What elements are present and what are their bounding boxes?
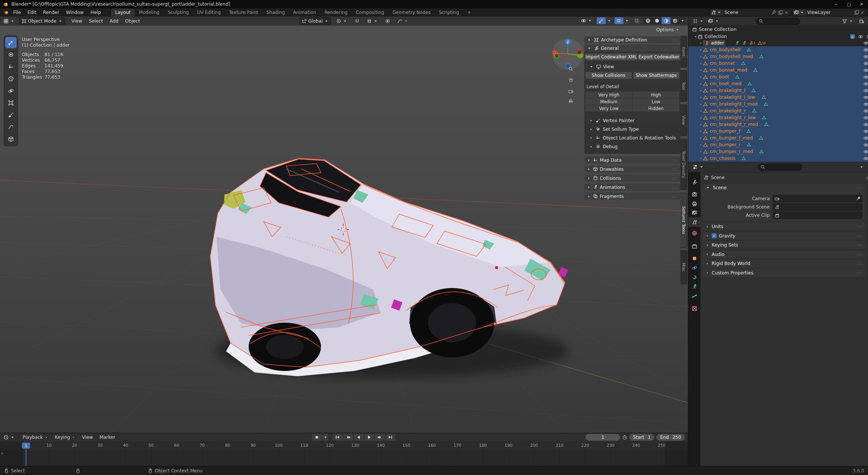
next-keyframe-button[interactable] <box>375 434 385 441</box>
timeline-menu-keying[interactable]: Keying <box>52 433 79 441</box>
hide-eye-icon[interactable] <box>863 149 868 154</box>
properties-editor-type-dropdown[interactable] <box>691 164 706 170</box>
scene-selector[interactable]: Scene ✕ <box>709 9 790 16</box>
disclosure-icon[interactable] <box>699 68 703 72</box>
lod-hidden-button[interactable]: Hidden <box>633 105 679 112</box>
outliner-row-cm_bonnet[interactable]: cm_bonnet <box>688 60 868 67</box>
pin-id-icon[interactable] <box>865 175 868 180</box>
shading-dropdown[interactable] <box>680 17 686 24</box>
annotate-tool[interactable] <box>5 109 17 121</box>
properties-tab-scene[interactable] <box>688 217 700 227</box>
disclosure-icon[interactable] <box>699 61 703 66</box>
tab-texture-paint[interactable]: Texture Paint <box>225 9 262 17</box>
hide-eye-icon[interactable] <box>863 41 868 46</box>
tab-rendering[interactable]: Rendering <box>320 9 351 17</box>
disclosure-icon[interactable] <box>699 75 703 79</box>
disclosure-icon[interactable] <box>699 143 703 147</box>
npanel-tab-texel-density[interactable]: Texel Density <box>680 139 687 190</box>
properties-tab-animation[interactable] <box>688 282 700 291</box>
hide-eye-icon[interactable] <box>863 81 868 86</box>
scene-panel-header[interactable]: Scene :::: <box>703 184 865 191</box>
disclosure-icon[interactable] <box>699 136 703 140</box>
measure-tool[interactable] <box>5 121 17 133</box>
properties-tab-world[interactable] <box>688 228 700 238</box>
play-reverse-button[interactable] <box>354 434 364 441</box>
timeline-menu-playback[interactable]: Playback <box>19 433 52 441</box>
frame-start-field[interactable]: Start 1 <box>629 434 654 441</box>
hide-eye-icon[interactable] <box>863 68 868 73</box>
viewport-menu-view[interactable]: View <box>68 17 86 25</box>
hide-eye-icon[interactable] <box>863 129 868 134</box>
menu-render[interactable]: Render <box>40 8 63 17</box>
outliner-filter-id-dropdown[interactable] <box>706 18 721 25</box>
collection-checkbox[interactable]: ✓ <box>850 34 855 39</box>
overlays-dropdown[interactable] <box>624 17 630 24</box>
gravity-checkbox[interactable]: ✓ <box>712 233 717 238</box>
timeline-menu-view[interactable]: View <box>79 433 96 441</box>
show-collisions-button[interactable]: Show Collisions <box>585 72 632 79</box>
panel-units[interactable]: Units:::: <box>703 223 865 230</box>
current-frame-field[interactable]: 1 <box>585 434 620 441</box>
perspective-toggle-icon[interactable] <box>568 98 573 103</box>
add-cube-tool[interactable] <box>5 133 17 145</box>
timeline-menu-marker[interactable]: Marker <box>96 433 118 441</box>
outliner-row-cm_bumper_f[interactable]: cm_bumper_f <box>688 128 868 135</box>
outliner-row-cm_brakelight_r_low[interactable]: cm_brakelight_r_low <box>688 114 868 121</box>
outliner-row-cm_brakelight_r[interactable]: cm_brakelight_r <box>688 107 868 114</box>
property-field-active-clip[interactable] <box>773 211 862 219</box>
properties-tab-collection[interactable] <box>688 241 700 251</box>
outliner-row-adder[interactable]: adder256 <box>688 40 868 46</box>
property-field-background-scene[interactable] <box>773 203 862 211</box>
properties-tab-object[interactable] <box>688 253 700 263</box>
mode-dropdown[interactable]: Object Mode <box>19 17 65 25</box>
outliner-row-cm_bumper_r_med[interactable]: cm_bumper_r_med <box>688 148 868 155</box>
panel-keying-sets[interactable]: Keying Sets:::: <box>703 241 865 249</box>
pan-hand-icon[interactable] <box>568 77 573 82</box>
show-overlays-toggle[interactable] <box>614 17 623 24</box>
menu-help[interactable]: Help <box>87 8 104 17</box>
auto-keying-toggle[interactable] <box>312 434 322 441</box>
viewlayer-icon[interactable] <box>793 9 806 15</box>
panel-collisions[interactable]: Collisions:::: <box>584 175 680 182</box>
outliner-display-mode-dropdown[interactable] <box>691 18 706 25</box>
outliner-row-cm_brakelight_l[interactable]: cm_brakelight_l <box>688 87 868 94</box>
proportional-editing-toggle[interactable] <box>383 18 392 25</box>
blender-menu-icon[interactable] <box>3 10 9 15</box>
frame-end-field[interactable]: End 250 <box>656 434 685 441</box>
outliner-row-cm_bonnet_med[interactable]: cm_bonnet_med <box>688 67 868 74</box>
properties-tab-view-layer[interactable] <box>688 208 700 218</box>
viewport-3d[interactable]: Object Mode ViewSelectAddObject Global <box>0 17 688 433</box>
tab-modeling[interactable]: Modeling <box>135 9 164 17</box>
hide-eye-icon[interactable] <box>863 142 868 147</box>
viewlayer-selector[interactable]: ViewLayer ✕ <box>792 9 866 16</box>
keying-dropdown[interactable] <box>322 434 328 441</box>
hide-eye-icon[interactable] <box>863 122 868 127</box>
outliner-row-cm_brakelight_r_med[interactable]: cm_brakelight_r_med <box>688 121 868 128</box>
snap-settings-dropdown[interactable] <box>365 18 380 25</box>
disclosure-icon[interactable] <box>699 156 703 161</box>
panel-map-data[interactable]: Map Data:::: <box>584 156 680 164</box>
panel-drawables[interactable]: Drawables:::: <box>584 165 680 173</box>
outliner-row-scene-collection[interactable]: Scene Collection <box>688 26 868 33</box>
disclosure-icon[interactable] <box>699 109 703 113</box>
outliner-row-cm_boot[interactable]: cm_boot <box>688 74 868 80</box>
new-scene-button[interactable] <box>778 10 783 15</box>
tab-shading[interactable]: Shading <box>262 9 289 17</box>
previous-keyframe-button[interactable] <box>343 434 353 441</box>
scene-icon[interactable] <box>710 9 723 15</box>
eyedropper-icon[interactable] <box>856 196 860 201</box>
hide-eye-icon[interactable] <box>863 102 868 107</box>
tab-scripting[interactable]: Scripting <box>435 9 463 17</box>
outliner-row-cm_boot_med[interactable]: cm_boot_med <box>688 80 868 87</box>
panel-fragments[interactable]: Fragments:::: <box>584 193 680 200</box>
panel-animations[interactable]: Animations:::: <box>584 184 680 191</box>
tab--[interactable]: + <box>463 9 475 17</box>
outliner-search-input[interactable] <box>756 18 800 25</box>
maximize-button[interactable]: ▢ <box>842 0 855 8</box>
disclosure-icon[interactable] <box>699 55 703 59</box>
use-preview-range-icon[interactable] <box>622 435 627 440</box>
disclosure-icon[interactable] <box>699 150 703 154</box>
new-collection-button[interactable] <box>857 18 866 25</box>
import-codewalker-xml-button[interactable]: Import Codewalker XML <box>585 54 637 60</box>
lod-medium-button[interactable]: Medium <box>585 98 632 105</box>
